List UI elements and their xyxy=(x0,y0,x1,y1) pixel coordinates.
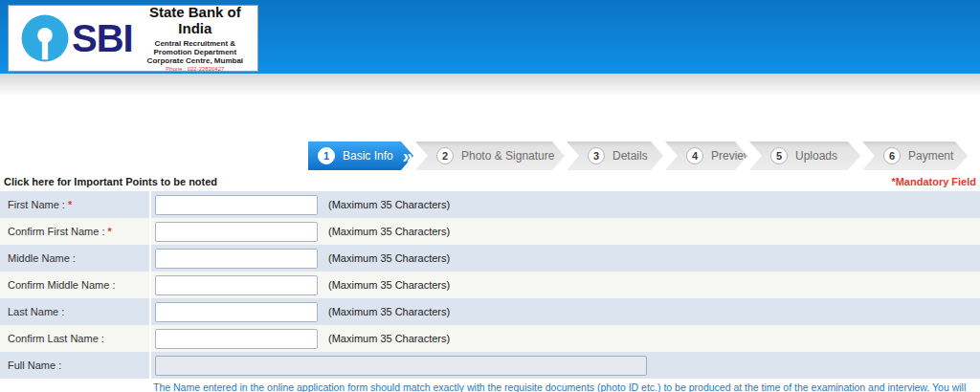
basic-info-form: First Name :*(Maximum 35 Characters)Conf… xyxy=(0,191,980,379)
important-points-link[interactable]: Click here for Important Points to be no… xyxy=(4,176,217,187)
field-input-cell: (Maximum 35 Characters) xyxy=(151,222,450,242)
wizard-step-basic-info[interactable]: 1Basic Info» xyxy=(308,142,413,170)
middle-name-input[interactable] xyxy=(155,249,318,269)
step-wizard: 1Basic Info»2Photo & Signature3Details4P… xyxy=(308,142,980,170)
field-label: Full Name : xyxy=(0,352,151,379)
form-row: Confirm First Name :*(Maximum 35 Charact… xyxy=(0,218,980,245)
form-row: Full Name : xyxy=(0,352,980,379)
required-asterisk: * xyxy=(68,199,72,210)
confirm-last-name-input[interactable] xyxy=(155,329,318,349)
field-input-cell: (Maximum 35 Characters) xyxy=(151,275,450,295)
max-characters-hint: (Maximum 35 Characters) xyxy=(328,252,450,264)
form-row: Confirm Middle Name :(Maximum 35 Charact… xyxy=(0,272,980,298)
org-centre: Corporate Centre, Mumbai xyxy=(139,56,252,65)
field-label: First Name :* xyxy=(0,191,151,218)
max-characters-hint: (Maximum 35 Characters) xyxy=(328,333,450,344)
step-label: Basic Info xyxy=(343,149,393,163)
field-label: Confirm Last Name : xyxy=(0,325,151,352)
step-number-badge: 1 xyxy=(318,147,335,164)
field-input-cell: (Maximum 35 Characters) xyxy=(151,249,450,269)
max-characters-hint: (Maximum 35 Characters) xyxy=(328,279,450,291)
name-match-note: The Name entered in the online applicati… xyxy=(153,381,980,392)
step-number-badge: 2 xyxy=(436,147,454,164)
form-row: Last Name :(Maximum 35 Characters) xyxy=(0,298,980,325)
full-name-input xyxy=(155,356,647,376)
org-phone: Phone : 022-22820427 xyxy=(139,66,252,73)
step-label: Uploads xyxy=(795,149,837,163)
field-input-cell xyxy=(151,356,647,376)
mandatory-field-note: *Mandatory Field xyxy=(891,176,976,187)
wizard-step-photo-signature[interactable]: 2Photo & Signature xyxy=(415,142,565,170)
confirm-middle-name-input[interactable] xyxy=(155,275,318,295)
required-asterisk: * xyxy=(107,226,111,237)
max-characters-hint: (Maximum 35 Characters) xyxy=(328,226,450,237)
field-input-cell: (Maximum 35 Characters) xyxy=(151,302,450,322)
meta-row: Click here for Important Points to be no… xyxy=(0,175,980,188)
field-label: Middle Name : xyxy=(0,245,151,272)
confirm-first-name-input[interactable] xyxy=(155,222,318,242)
step-number-badge: 3 xyxy=(588,147,605,164)
form-row: Middle Name :(Maximum 35 Characters) xyxy=(0,245,980,272)
field-label: Last Name : xyxy=(0,298,151,325)
wizard-step-uploads[interactable]: 5Uploads xyxy=(749,142,860,170)
org-text-block: State Bank of India Central Recruitment … xyxy=(133,4,252,73)
step-label: Details xyxy=(612,149,648,163)
page-header: SBI State Bank of India Central Recruitm… xyxy=(0,0,980,74)
wizard-step-payment[interactable]: 6Payment xyxy=(862,142,968,170)
max-characters-hint: (Maximum 35 Characters) xyxy=(328,199,450,210)
max-characters-hint: (Maximum 35 Characters) xyxy=(328,306,450,317)
sbi-emblem-icon xyxy=(20,13,70,63)
sbi-logo-text: SBI xyxy=(72,19,133,57)
sbi-brand: SBI xyxy=(20,13,133,63)
wizard-step-details[interactable]: 3Details xyxy=(567,142,663,170)
field-input-cell: (Maximum 35 Characters) xyxy=(151,329,450,349)
org-department: Central Recruitment & Promotion Departme… xyxy=(139,39,252,56)
field-input-cell: (Maximum 35 Characters) xyxy=(151,195,450,215)
wizard-step-preview[interactable]: 4Preview xyxy=(665,142,747,170)
sbi-logo-box: SBI State Bank of India Central Recruitm… xyxy=(8,5,258,72)
double-chevron-icon: » xyxy=(402,147,412,165)
form-row: First Name :*(Maximum 35 Characters) xyxy=(0,191,980,218)
step-number-badge: 4 xyxy=(686,147,703,164)
step-number-badge: 5 xyxy=(770,147,788,164)
first-name-input[interactable] xyxy=(155,195,318,215)
step-number-badge: 6 xyxy=(883,147,901,164)
org-name: State Bank of India xyxy=(139,4,252,37)
step-label: Preview xyxy=(711,149,752,163)
form-row: Confirm Last Name :(Maximum 35 Character… xyxy=(0,325,980,352)
step-label: Photo & Signature xyxy=(461,149,554,163)
field-label: Confirm Middle Name : xyxy=(0,272,151,298)
field-label: Confirm First Name :* xyxy=(0,218,151,245)
last-name-input[interactable] xyxy=(155,302,318,322)
header-shadow-strip xyxy=(0,74,980,95)
step-label: Payment xyxy=(908,149,953,163)
